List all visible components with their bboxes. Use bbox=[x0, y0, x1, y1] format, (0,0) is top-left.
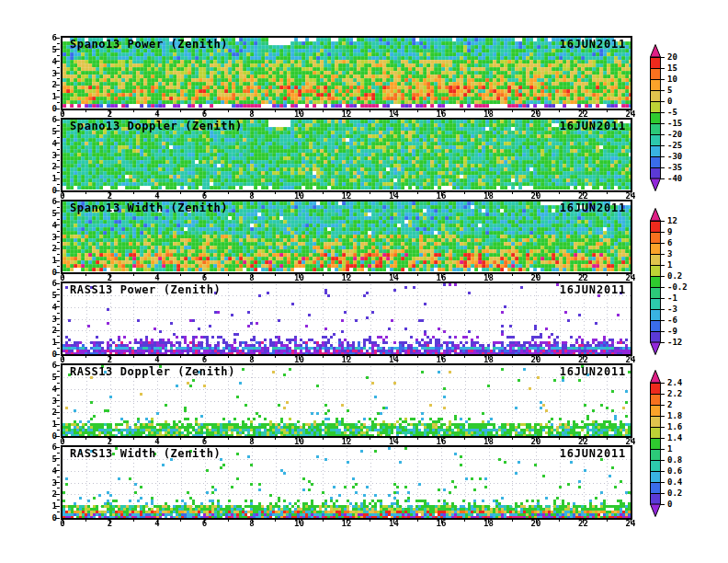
y-tick-mark bbox=[55, 354, 60, 355]
colorbar-tick-label: 12 bbox=[667, 217, 677, 225]
y-tick-mark-minor bbox=[57, 160, 60, 161]
y-tick-mark-minor bbox=[57, 102, 60, 103]
y-tick-mark bbox=[55, 306, 60, 307]
x-tick-mark-minor bbox=[559, 110, 560, 112]
x-tick-mark-minor bbox=[417, 520, 418, 522]
x-tick-label: 10 bbox=[289, 357, 311, 363]
x-tick-label: 10 bbox=[289, 111, 311, 118]
x-tick-label: 22 bbox=[573, 193, 595, 200]
y-tick-mark bbox=[55, 482, 60, 483]
y-tick-mark-minor bbox=[57, 406, 60, 407]
colorbar-tick-label: 6 bbox=[667, 239, 672, 247]
y-tick-mark bbox=[55, 412, 60, 413]
colorbar-tick-label: 0.8 bbox=[667, 456, 682, 465]
x-tick-label: 8 bbox=[241, 357, 263, 363]
x-tick-mark-minor bbox=[559, 438, 560, 440]
x-tick-mark-minor bbox=[559, 192, 560, 194]
y-tick-mark bbox=[55, 155, 60, 155]
y-tick-mark-minor bbox=[57, 488, 60, 488]
y-tick-mark bbox=[55, 224, 60, 225]
y-tick-mark bbox=[55, 109, 60, 109]
y-tick-mark-minor bbox=[57, 125, 60, 126]
x-tick-mark-minor bbox=[133, 274, 134, 276]
x-tick-label: 12 bbox=[336, 111, 358, 118]
x-tick-label: 16 bbox=[430, 193, 452, 200]
x-tick-mark-minor bbox=[607, 520, 608, 522]
y-tick-mark bbox=[55, 272, 60, 273]
x-tick-label: 16 bbox=[430, 357, 452, 363]
colorbar-tick-label: 0.2 bbox=[667, 489, 682, 498]
colorbar-tick-label: -35 bbox=[667, 164, 682, 172]
y-tick-mark bbox=[55, 283, 60, 284]
panel-spano13-doppler: Spano13 Doppler (Zenith) 16JUN2011 bbox=[61, 118, 632, 192]
x-tick-mark-minor bbox=[228, 520, 229, 522]
y-tick-mark bbox=[55, 400, 60, 401]
y-tick-mark-minor bbox=[57, 67, 60, 68]
x-tick-mark-minor bbox=[133, 110, 134, 112]
y-tick-mark-minor bbox=[57, 219, 60, 220]
panel-date: 16JUN2011 bbox=[560, 201, 626, 214]
y-tick-mark bbox=[55, 143, 60, 144]
x-tick-mark-minor bbox=[180, 438, 181, 440]
x-tick-label: 24 bbox=[620, 111, 642, 118]
panel-date: 16JUN2011 bbox=[560, 38, 626, 51]
y-tick-mark-minor bbox=[57, 383, 60, 384]
colorbar-tick-label: 20 bbox=[667, 53, 677, 62]
x-tick-label: 2 bbox=[99, 275, 121, 282]
y-tick-mark-minor bbox=[57, 43, 60, 44]
x-tick-mark-minor bbox=[228, 110, 229, 112]
x-tick-label: 2 bbox=[99, 193, 121, 200]
x-tick-label: 10 bbox=[289, 521, 311, 527]
y-tick-mark bbox=[55, 318, 60, 319]
y-tick-mark-minor bbox=[57, 301, 60, 302]
panel-title: RASS13 Width (Zenith) bbox=[70, 447, 221, 460]
x-tick-mark-minor bbox=[180, 110, 181, 112]
x-tick-label: 8 bbox=[241, 439, 263, 445]
x-tick-mark-minor bbox=[512, 110, 513, 112]
y-tick-mark-minor bbox=[57, 418, 60, 419]
x-tick-label: 6 bbox=[194, 357, 216, 363]
x-tick-label: 12 bbox=[336, 521, 358, 527]
panel-title: RASS13 Power (Zenith) bbox=[70, 283, 221, 296]
colorbar-tick-label: -5 bbox=[667, 109, 677, 117]
x-tick-label: 4 bbox=[146, 439, 168, 445]
colorbar-tick-label: 0 bbox=[667, 500, 672, 509]
y-tick-mark bbox=[55, 49, 60, 50]
y-tick-mark-minor bbox=[57, 242, 60, 243]
y-tick-mark bbox=[55, 447, 60, 448]
x-tick-label: 14 bbox=[383, 275, 405, 282]
colorbar-tick-label: -15 bbox=[667, 120, 682, 128]
colorbar-tick-label: 9 bbox=[667, 228, 672, 236]
y-tick-mark-minor bbox=[57, 137, 60, 138]
x-tick-mark-minor bbox=[417, 192, 418, 194]
x-tick-label: 0 bbox=[51, 521, 74, 527]
x-tick-mark-minor bbox=[512, 438, 513, 440]
y-tick-mark-minor bbox=[57, 500, 60, 500]
x-tick-label: 18 bbox=[478, 193, 500, 200]
x-tick-mark-minor bbox=[180, 520, 181, 522]
x-tick-mark-minor bbox=[275, 356, 276, 358]
y-tick-mark bbox=[55, 213, 60, 213]
x-tick-mark-minor bbox=[228, 356, 229, 358]
colorbar-tick-label: 10 bbox=[667, 75, 677, 84]
x-tick-label: 18 bbox=[478, 521, 500, 527]
x-tick-mark-minor bbox=[85, 274, 86, 276]
colorbar-tick-label: 0 bbox=[667, 98, 672, 106]
x-tick-mark-minor bbox=[464, 520, 465, 522]
y-tick-mark-minor bbox=[57, 90, 60, 91]
x-tick-mark-minor bbox=[607, 274, 608, 276]
x-tick-mark-minor bbox=[370, 192, 370, 194]
colorbar-tick-label: 15 bbox=[667, 64, 677, 73]
panel-spano13-power: Spano13 Power (Zenith) 16JUN2011 bbox=[61, 36, 632, 110]
x-tick-mark-minor bbox=[323, 110, 324, 112]
y-tick-mark-minor bbox=[57, 430, 60, 431]
x-tick-mark-minor bbox=[417, 438, 418, 440]
colorbar-tick-label: -1 bbox=[667, 294, 677, 303]
y-tick-mark-minor bbox=[57, 78, 60, 79]
x-tick-mark-minor bbox=[133, 356, 134, 358]
colorbar-tick-label: 2.2 bbox=[667, 390, 682, 398]
y-tick-mark-minor bbox=[57, 477, 60, 477]
x-tick-mark-minor bbox=[559, 356, 560, 358]
y-tick-mark bbox=[55, 201, 60, 202]
x-tick-label: 24 bbox=[620, 521, 642, 527]
